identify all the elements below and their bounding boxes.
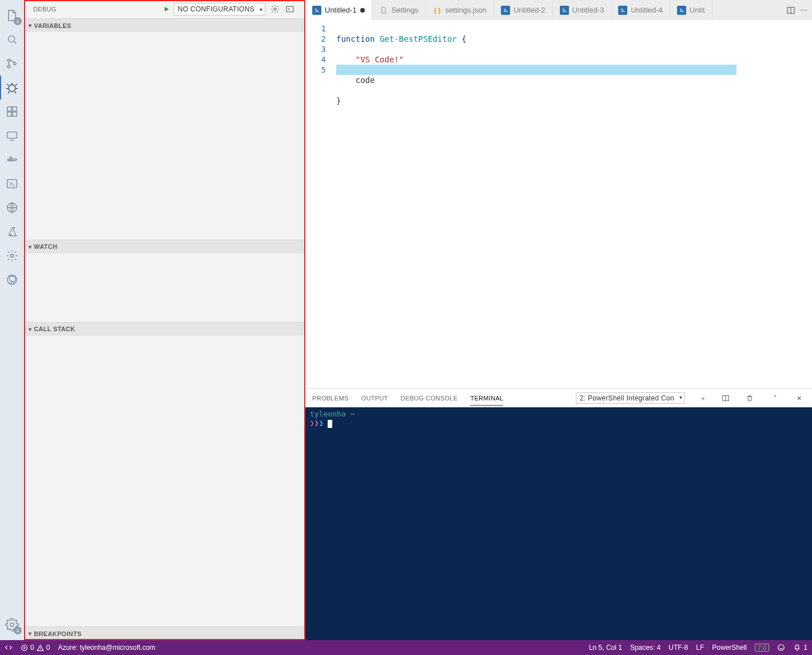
remote-indicator-icon[interactable] xyxy=(5,644,13,652)
debug-config-dropdown[interactable]: No Configurations xyxy=(174,3,265,15)
editor-tab[interactable]: Untitled-2 xyxy=(494,0,553,20)
configure-gear-icon[interactable] xyxy=(269,3,281,15)
tab-label: settings.json xyxy=(445,6,487,14)
svg-rect-5 xyxy=(7,107,11,111)
split-editor-icon[interactable] xyxy=(786,6,795,15)
status-notifications[interactable]: 1 xyxy=(793,644,807,652)
editor-tab[interactable]: Settings xyxy=(372,0,426,20)
tab-label: Untit xyxy=(690,6,705,14)
azure-icon[interactable] xyxy=(0,220,24,244)
editor-tabs: Untitled-1Settings{ }settings.jsonUntitl… xyxy=(305,0,812,20)
svg-rect-9 xyxy=(7,132,17,138)
split-terminal-icon[interactable] xyxy=(722,394,733,402)
cloud-icon[interactable] xyxy=(0,196,24,220)
tab-actions: ⋯ xyxy=(782,0,812,20)
status-encoding[interactable]: UTF-8 xyxy=(668,644,688,652)
svg-point-19 xyxy=(274,8,276,10)
panel-tab-output[interactable]: OUTPUT xyxy=(361,395,388,402)
tab-label: Untitled-4 xyxy=(631,6,663,14)
terminal[interactable]: tyleonha ~ ❯❯❯ xyxy=(305,407,812,640)
terminal-cursor xyxy=(328,420,332,428)
powershell-file-icon xyxy=(677,6,686,15)
debug-console-icon[interactable] xyxy=(284,3,296,15)
svg-point-3 xyxy=(13,62,16,65)
debug-sidebar: DEBUG No Configurations ▾Variables ▾Watc… xyxy=(24,0,305,640)
status-errors[interactable]: 0 0 xyxy=(21,644,50,652)
editor-tab[interactable]: Untitled-1 xyxy=(305,0,372,20)
section-variables-body xyxy=(25,32,304,240)
editor-tab[interactable]: { }settings.json xyxy=(426,0,494,20)
status-language[interactable]: PowerShell xyxy=(712,644,747,652)
panel-tab-debugconsole[interactable]: DEBUG CONSOLE xyxy=(401,395,458,402)
editor-tab[interactable]: Untitled-3 xyxy=(553,0,612,20)
source-control-icon[interactable] xyxy=(0,51,24,76)
code-editor[interactable]: 1 2 3 4 5 function Get-BestPSEditor { "V… xyxy=(305,20,812,388)
status-spaces[interactable]: Spaces: 4 xyxy=(630,644,660,652)
svg-rect-8 xyxy=(13,107,17,111)
svg-point-0 xyxy=(9,36,15,42)
svg-point-16 xyxy=(10,254,14,257)
status-feedback-icon[interactable] xyxy=(777,644,785,652)
panel-tab-problems[interactable]: PROBLEMS xyxy=(312,395,349,402)
github-icon[interactable] xyxy=(0,268,24,292)
maximize-panel-icon[interactable]: ˄ xyxy=(770,395,781,402)
status-bar: 0 0 Azure: tyleonha@microsoft.com Ln 5, … xyxy=(0,640,812,655)
search-icon[interactable] xyxy=(0,27,24,51)
file-icon xyxy=(379,6,388,15)
bottom-panel: PROBLEMS OUTPUT DEBUG CONSOLE TERMINAL 2… xyxy=(305,388,812,640)
powershell-file-icon xyxy=(501,6,510,15)
json-file-icon: { } xyxy=(433,6,442,15)
panel-tabs: PROBLEMS OUTPUT DEBUG CONSOLE TERMINAL 2… xyxy=(305,389,812,407)
settings-gear-icon[interactable]: 1 xyxy=(0,613,24,637)
svg-rect-6 xyxy=(7,112,11,116)
svg-point-18 xyxy=(10,623,14,626)
panel-tab-terminal[interactable]: TERMINAL xyxy=(470,395,503,406)
svg-point-4 xyxy=(9,85,15,92)
section-callstack-body xyxy=(25,336,304,626)
powershell-file-icon xyxy=(618,6,627,15)
explorer-badge: 1 xyxy=(14,17,22,25)
svg-point-1 xyxy=(7,59,10,62)
explorer-icon[interactable]: 1 xyxy=(0,3,24,27)
svg-rect-7 xyxy=(13,112,17,116)
dirty-indicator-icon xyxy=(360,8,365,13)
status-eol[interactable]: LF xyxy=(696,644,704,652)
status-psversion[interactable]: 7.0 xyxy=(755,644,769,652)
svg-point-2 xyxy=(7,65,10,68)
activity-bar: 1 xyxy=(0,0,24,640)
start-debug-icon[interactable] xyxy=(160,5,173,13)
settings-badge: 1 xyxy=(14,626,22,634)
powershell-file-icon xyxy=(560,6,569,15)
gear-outline-icon[interactable] xyxy=(0,244,24,268)
section-callstack[interactable]: ▾Call Stack xyxy=(25,322,304,336)
tab-label: Untitled-1 xyxy=(325,6,357,14)
tab-label: Untitled-3 xyxy=(572,6,604,14)
line-gutter: 1 2 3 4 5 xyxy=(305,23,336,388)
more-actions-icon[interactable]: ⋯ xyxy=(800,6,807,14)
section-watch-body xyxy=(25,253,304,322)
tab-label: Settings xyxy=(392,6,419,14)
code-lines[interactable]: function Get-BestPSEditor { "VS Code!" c… xyxy=(336,23,812,388)
remote-icon[interactable] xyxy=(0,124,24,148)
status-ln-col[interactable]: Ln 5, Col 1 xyxy=(589,644,622,652)
sidebar-header: DEBUG No Configurations xyxy=(25,0,304,18)
debug-icon[interactable] xyxy=(0,76,24,100)
powershell-icon[interactable] xyxy=(0,172,24,196)
editor-tab[interactable]: Untit xyxy=(670,0,713,20)
editor-group: Untitled-1Settings{ }settings.jsonUntitl… xyxy=(305,0,812,640)
section-breakpoints[interactable]: ▾Breakpoints xyxy=(25,626,304,640)
terminal-selector[interactable]: 2: PowerShell Integrated Con xyxy=(576,392,685,404)
section-watch[interactable]: ▾Watch xyxy=(25,240,304,253)
extensions-icon[interactable] xyxy=(0,100,24,124)
editor-tab[interactable]: Untitled-4 xyxy=(611,0,670,20)
svg-point-29 xyxy=(778,645,785,651)
powershell-file-icon xyxy=(312,6,321,15)
new-terminal-icon[interactable]: ＋ xyxy=(698,394,709,403)
status-azure[interactable]: Azure: tyleonha@microsoft.com xyxy=(58,644,155,652)
svg-rect-13 xyxy=(10,157,11,158)
close-panel-icon[interactable]: ✕ xyxy=(794,395,805,402)
section-variables[interactable]: ▾Variables xyxy=(25,18,304,32)
sidebar-title: DEBUG xyxy=(33,6,57,13)
kill-terminal-icon[interactable] xyxy=(746,394,757,402)
docker-icon[interactable] xyxy=(0,148,24,172)
